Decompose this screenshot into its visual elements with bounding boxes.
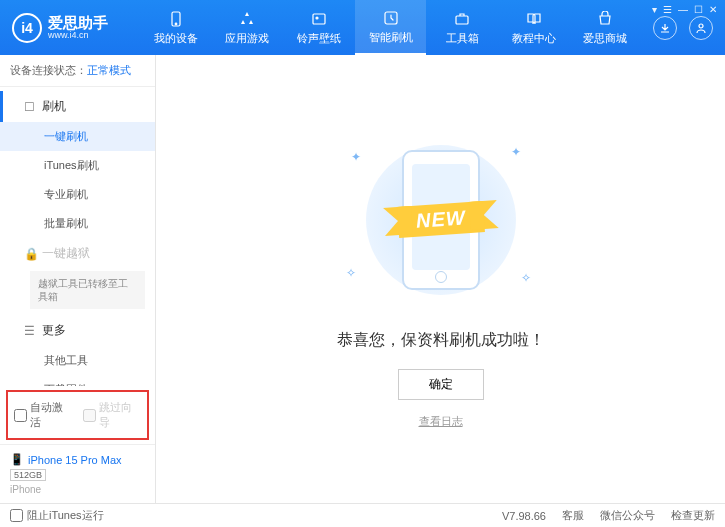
- nav-label: 铃声壁纸: [297, 31, 341, 46]
- sidebar-item-itunes[interactable]: iTunes刷机: [0, 151, 155, 180]
- nav-flash[interactable]: 智能刷机: [355, 0, 427, 55]
- apps-icon: [238, 10, 256, 28]
- logo[interactable]: i4 爱思助手 www.i4.cn: [0, 13, 140, 43]
- nav-store[interactable]: 爱思商城: [569, 0, 641, 55]
- phone-icon: [167, 10, 185, 28]
- nav-label: 教程中心: [512, 31, 556, 46]
- svg-point-1: [175, 23, 177, 25]
- minimize-icon[interactable]: —: [678, 4, 688, 15]
- device-info: 📱 iPhone 15 Pro Max 512GB iPhone: [0, 444, 155, 503]
- flash-icon: [382, 9, 400, 27]
- sidebar-item-other[interactable]: 其他工具: [0, 346, 155, 375]
- group-label: 一键越狱: [42, 245, 90, 262]
- image-icon: [310, 10, 328, 28]
- footer-link-wechat[interactable]: 微信公众号: [600, 508, 655, 523]
- success-illustration: ✦ ✦ ✧ ✧ NEW: [341, 130, 541, 310]
- status-value: 正常模式: [87, 64, 131, 76]
- window-controls: ▾ ☰ — ☐ ✕: [652, 4, 717, 15]
- logo-url: www.i4.cn: [48, 30, 108, 40]
- sidebar-group-more[interactable]: ☰ 更多: [0, 315, 155, 346]
- sparkle-icon: ✧: [346, 266, 356, 280]
- version-label: V7.98.66: [502, 510, 546, 522]
- nav-label: 应用游戏: [225, 31, 269, 46]
- sidebar-item-pro[interactable]: 专业刷机: [0, 180, 155, 209]
- book-icon: [525, 10, 543, 28]
- side-nav: ☐ 刷机 一键刷机 iTunes刷机 专业刷机 批量刷机 🔒 一键越狱 越狱工具…: [0, 87, 155, 386]
- nav-label: 工具箱: [446, 31, 479, 46]
- device-type: iPhone: [10, 484, 145, 495]
- app-header: ▾ ☰ — ☐ ✕ i4 爱思助手 www.i4.cn 我的设备 应用游戏 铃声…: [0, 0, 725, 55]
- lock-icon: 🔒: [24, 247, 36, 261]
- maximize-icon[interactable]: ☐: [694, 4, 703, 15]
- footer: 阻止iTunes运行 V7.98.66 客服 微信公众号 检查更新: [0, 503, 725, 527]
- sidebar-group-flash[interactable]: ☐ 刷机: [0, 91, 155, 122]
- skip-guide-checkbox[interactable]: 跳过向导: [83, 400, 142, 430]
- user-button[interactable]: [689, 16, 713, 40]
- sparkle-icon: ✧: [521, 271, 531, 285]
- main-nav: 我的设备 应用游戏 铃声壁纸 智能刷机 工具箱 教程中心 爱思商城: [140, 0, 641, 55]
- group-label: 刷机: [42, 98, 66, 115]
- list-icon: ☰: [24, 324, 36, 338]
- svg-rect-5: [456, 16, 468, 24]
- success-message: 恭喜您，保资料刷机成功啦！: [337, 330, 545, 351]
- settings-icon[interactable]: ☰: [663, 4, 672, 15]
- connection-status: 设备连接状态：正常模式: [0, 55, 155, 87]
- status-label: 设备连接状态：: [10, 64, 87, 76]
- svg-point-3: [316, 17, 318, 19]
- storage-badge: 512GB: [10, 469, 46, 481]
- new-ribbon: NEW: [397, 201, 485, 238]
- sidebar-item-oneclick[interactable]: 一键刷机: [0, 122, 155, 151]
- footer-link-update[interactable]: 检查更新: [671, 508, 715, 523]
- menu-icon[interactable]: ▾: [652, 4, 657, 15]
- logo-icon: i4: [12, 13, 42, 43]
- svg-rect-2: [313, 14, 325, 24]
- logo-text: 爱思助手: [48, 15, 108, 30]
- sidebar: 设备连接状态：正常模式 ☐ 刷机 一键刷机 iTunes刷机 专业刷机 批量刷机…: [0, 55, 156, 503]
- header-actions: [641, 16, 725, 40]
- store-icon: [596, 10, 614, 28]
- sparkle-icon: ✦: [351, 150, 361, 164]
- nav-my-device[interactable]: 我的设备: [140, 0, 212, 55]
- nav-toolbox[interactable]: 工具箱: [426, 0, 498, 55]
- phone-small-icon: ☐: [24, 100, 36, 114]
- nav-apps[interactable]: 应用游戏: [212, 0, 284, 55]
- block-itunes-checkbox[interactable]: 阻止iTunes运行: [10, 508, 104, 523]
- phone-tiny-icon: 📱: [10, 453, 24, 466]
- toolbox-icon: [453, 10, 471, 28]
- footer-link-support[interactable]: 客服: [562, 508, 584, 523]
- ok-button[interactable]: 确定: [398, 369, 484, 400]
- main-content: ✦ ✦ ✧ ✧ NEW 恭喜您，保资料刷机成功啦！ 确定 查看日志: [156, 55, 725, 503]
- auto-activate-checkbox[interactable]: 自动激活: [14, 400, 73, 430]
- svg-point-6: [699, 24, 703, 28]
- download-button[interactable]: [653, 16, 677, 40]
- nav-label: 智能刷机: [369, 30, 413, 45]
- view-log-link[interactable]: 查看日志: [419, 414, 463, 429]
- group-label: 更多: [42, 322, 66, 339]
- device-name[interactable]: 📱 iPhone 15 Pro Max: [10, 453, 145, 466]
- sidebar-item-batch[interactable]: 批量刷机: [0, 209, 155, 238]
- nav-tutorials[interactable]: 教程中心: [498, 0, 570, 55]
- close-icon[interactable]: ✕: [709, 4, 717, 15]
- sparkle-icon: ✦: [511, 145, 521, 159]
- nav-label: 我的设备: [154, 31, 198, 46]
- sidebar-group-jailbreak: 🔒 一键越狱: [0, 238, 155, 269]
- nav-ringtones[interactable]: 铃声壁纸: [283, 0, 355, 55]
- sidebar-item-firmware[interactable]: 下载固件: [0, 375, 155, 386]
- nav-label: 爱思商城: [583, 31, 627, 46]
- jailbreak-note: 越狱工具已转移至工具箱: [30, 271, 145, 309]
- options-row: 自动激活 跳过向导: [6, 390, 149, 440]
